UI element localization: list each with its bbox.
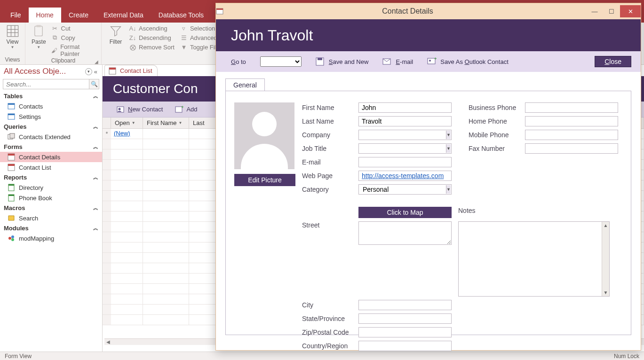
col-first-name[interactable]: First Name▼ xyxy=(143,117,189,128)
clipboard-caption: Clipboard xyxy=(51,57,75,64)
doc-tab-contact-list[interactable]: Contact List xyxy=(104,65,158,76)
filter-button[interactable]: Filter xyxy=(105,24,126,45)
add-from-outlook-button[interactable]: + Add xyxy=(175,106,197,113)
new-link[interactable]: (New) xyxy=(114,130,130,137)
maximize-button[interactable]: ☐ xyxy=(603,5,620,17)
goto-combo[interactable] xyxy=(260,56,302,67)
svg-rect-14 xyxy=(8,154,15,156)
ascending-button[interactable]: A↓Ascending xyxy=(129,24,175,32)
nav-search-input[interactable] xyxy=(3,79,89,89)
collapse-icon: ︽ xyxy=(93,143,98,150)
table-icon xyxy=(8,102,15,110)
search-icon[interactable]: 🔍 xyxy=(89,79,99,89)
col-open[interactable]: Open▼ xyxy=(111,117,143,128)
descending-button[interactable]: Z↓Descending xyxy=(129,34,175,41)
collapse-icon: ︽ xyxy=(93,225,98,232)
copy-button[interactable]: ⧉Copy xyxy=(51,34,98,41)
tab-external-data[interactable]: External Data xyxy=(96,8,151,23)
street-input[interactable] xyxy=(358,221,452,245)
edit-picture-button[interactable]: Edit Picture xyxy=(234,174,295,186)
label-last-name: Last Name xyxy=(302,117,358,125)
chevron-down-icon[interactable]: ▼ xyxy=(446,131,451,139)
tab-create[interactable]: Create xyxy=(61,8,96,23)
format-painter-button[interactable]: 🖌Format Painter xyxy=(51,43,98,57)
close-form-button[interactable]: Close xyxy=(595,56,631,67)
home-phone-input[interactable] xyxy=(525,116,618,126)
save-icon xyxy=(316,57,325,66)
state-input[interactable] xyxy=(358,313,452,324)
chevron-down-icon[interactable]: ▼ xyxy=(446,185,451,194)
window-titlebar[interactable]: Contact Details — ☐ ✕ xyxy=(216,3,641,19)
item-contact-details[interactable]: Contact Details xyxy=(0,152,102,162)
zip-input[interactable] xyxy=(358,327,452,337)
cat-forms[interactable]: Forms︽ xyxy=(0,142,102,152)
cat-tables[interactable]: Tables︽ xyxy=(0,91,102,101)
last-name-input[interactable] xyxy=(358,116,452,126)
svg-point-22 xyxy=(11,235,14,238)
select-all-cell[interactable] xyxy=(103,117,111,128)
svg-rect-33 xyxy=(318,58,322,60)
save-and-new-button[interactable]: Save and New xyxy=(316,57,369,66)
tab-general[interactable]: General xyxy=(225,78,265,91)
filter-label: Filter xyxy=(110,39,122,45)
tab-database-tools[interactable]: Database Tools xyxy=(151,8,211,23)
city-input[interactable] xyxy=(358,300,452,310)
email-input[interactable] xyxy=(358,157,452,167)
email-button[interactable]: E-mail xyxy=(382,58,413,65)
business-phone-input[interactable] xyxy=(525,102,618,113)
remove-sort-button[interactable]: ⨂Remove Sort xyxy=(129,43,175,51)
save-as-outlook-button[interactable]: + Save As Outlook Contact xyxy=(427,57,509,66)
scroll-down-icon[interactable]: ▼ xyxy=(604,290,608,295)
cat-macros[interactable]: Macros︽ xyxy=(0,203,102,213)
country-input[interactable] xyxy=(358,341,452,351)
cat-reports[interactable]: Reports︽ xyxy=(0,172,102,182)
chevron-down-icon[interactable]: ▼ xyxy=(446,144,451,153)
item-search-macro[interactable]: Search xyxy=(0,213,102,223)
svg-rect-18 xyxy=(8,184,14,186)
nav-title[interactable]: All Access Obje... xyxy=(4,67,84,76)
nav-collapse-icon[interactable]: « xyxy=(92,68,99,75)
job-title-combo[interactable]: ▼ xyxy=(358,143,452,154)
close-window-button[interactable]: ✕ xyxy=(620,5,641,17)
notes-scrollbar[interactable]: ▲▼ xyxy=(602,222,609,296)
web-page-field[interactable]: http://access-templates.com xyxy=(358,171,452,181)
first-name-input[interactable] xyxy=(358,102,452,113)
item-contacts-extended[interactable]: Contacts Extended xyxy=(0,132,102,142)
fax-input[interactable] xyxy=(525,143,618,154)
cat-modules[interactable]: Modules︽ xyxy=(0,223,102,233)
label-home-phone: Home Phone xyxy=(469,117,525,125)
tab-file[interactable]: File xyxy=(3,8,29,23)
paste-icon xyxy=(32,24,45,38)
clipboard-launcher[interactable]: ◢ xyxy=(95,59,98,64)
scroll-up-icon[interactable]: ▲ xyxy=(604,223,608,228)
collapse-icon: ︽ xyxy=(93,174,98,181)
nav-dropdown-icon[interactable]: ▾ xyxy=(85,68,92,75)
notes-textarea[interactable]: ▲▼ xyxy=(458,221,610,297)
item-contact-list[interactable]: Contact List xyxy=(0,162,102,172)
item-settings[interactable]: Settings xyxy=(0,111,102,122)
cut-button[interactable]: ✂Cut xyxy=(51,24,98,32)
web-page-link[interactable]: http://access-templates.com xyxy=(362,172,444,180)
item-contacts[interactable]: Contacts xyxy=(0,101,102,111)
view-button[interactable]: View ▼ xyxy=(4,24,21,49)
nav-pane: All Access Obje... ▾ « 🔍 Tables︽ Contact… xyxy=(0,65,103,352)
item-modmapping[interactable]: modMapping xyxy=(0,233,102,243)
mobile-phone-input[interactable] xyxy=(525,130,618,140)
contact-photo[interactable] xyxy=(234,102,294,169)
report-icon xyxy=(8,194,15,202)
new-contact-icon xyxy=(117,106,125,113)
minimize-button[interactable]: — xyxy=(586,5,603,17)
new-contact-button[interactable]: New Contact xyxy=(117,106,163,113)
tab-home[interactable]: Home xyxy=(29,8,61,23)
label-country: Country/Region xyxy=(302,342,358,350)
company-combo[interactable]: ▼ xyxy=(358,130,452,140)
add-contact-icon: + xyxy=(175,106,183,113)
click-to-map-button[interactable]: Click to Map xyxy=(358,207,452,218)
paste-button[interactable]: Paste ▼ xyxy=(29,24,48,49)
cat-queries[interactable]: Queries︽ xyxy=(0,122,102,132)
row-selector[interactable]: * xyxy=(103,129,111,139)
item-phone-book[interactable]: Phone Book xyxy=(0,193,102,203)
category-combo[interactable]: ▼ xyxy=(358,184,452,195)
label-mobile-phone: Mobile Phone xyxy=(469,131,525,139)
item-directory[interactable]: Directory xyxy=(0,182,102,193)
